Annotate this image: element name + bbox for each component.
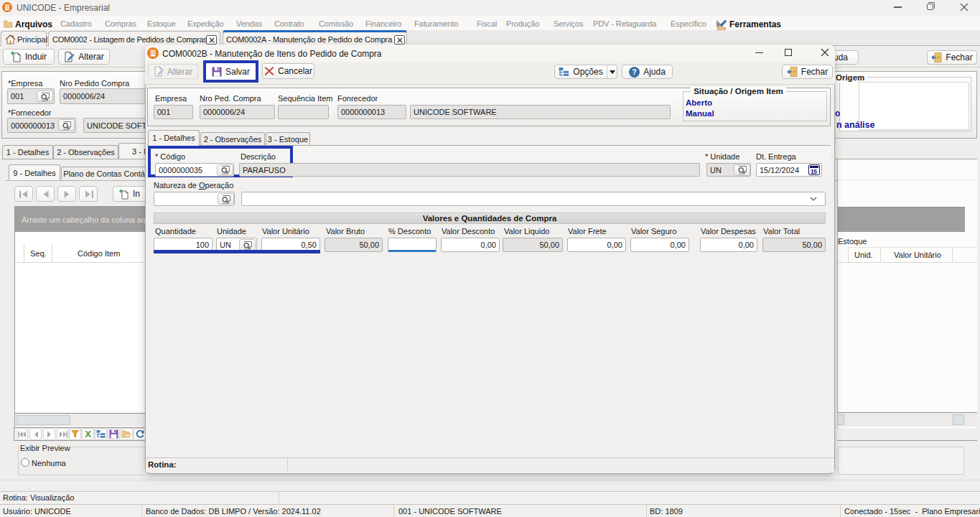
svg-text:X: X bbox=[85, 429, 91, 439]
svg-text:?: ? bbox=[632, 67, 636, 76]
